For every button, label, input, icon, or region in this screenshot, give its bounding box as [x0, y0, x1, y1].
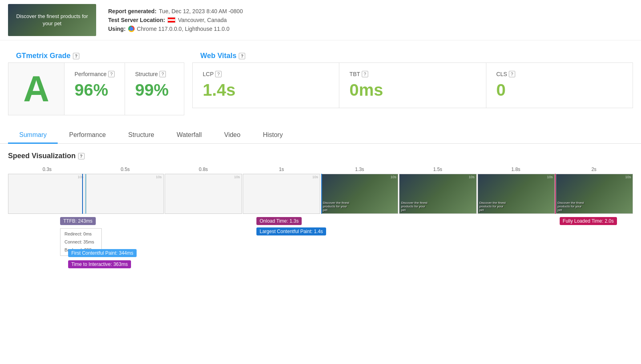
frame-8: 10s Discover the finestproducts for your… — [556, 174, 633, 214]
report-meta: Report generated: Tue, Dec 12, 2023 8:40… — [108, 8, 243, 32]
lcp-help-icon[interactable]: ? — [215, 71, 222, 77]
gtmetrix-grade-panel: GTmetrix Grade ? A Performance ? 96% Str… — [8, 48, 184, 115]
tbt-value: 0ms — [349, 80, 476, 100]
tbt-help-icon[interactable]: ? — [362, 71, 368, 77]
timeline-label-1: 0.3s — [8, 167, 86, 172]
fcp-annotation: First Contentful Paint: 344ms — [68, 249, 137, 257]
report-value: Tue, Dec 12, 2023 8:40 AM -0800 — [159, 8, 243, 14]
structure-help-icon[interactable]: ? — [159, 71, 166, 77]
grade-letter: A — [23, 71, 49, 107]
timeline-label-7: 1.8s — [477, 167, 555, 172]
tbt-cell: TBT ? 0ms — [339, 63, 486, 108]
fully-loaded-annotation: Fully Loaded Time: 2.0s — [560, 217, 617, 225]
frame-7: 10s Discover the finestproducts for your… — [478, 174, 555, 214]
cls-help-icon[interactable]: ? — [509, 71, 515, 77]
tbt-label: TBT ? — [349, 71, 476, 77]
browser-info: Chrome 117.0.0.0, Lighthouse 11.0.0 — [137, 26, 230, 32]
performance-label: Performance ? — [75, 71, 115, 77]
speed-viz-help-icon[interactable]: ? — [78, 153, 85, 159]
timeline-frames: 10s 10s 10s 10s 10s Discover the finestp… — [8, 174, 633, 214]
timeline-labels: 0.3s 0.5s 0.8s 1s 1.3s 1.5s 1.8s 2s — [8, 167, 633, 172]
server-location: Vancouver, Canada — [178, 17, 227, 23]
gtmetrix-grade-title-text: GTmetrix Grade — [16, 52, 71, 60]
tab-structure[interactable]: Structure — [117, 127, 165, 144]
frame-4: 10s — [243, 174, 320, 214]
server-label: Test Server Location: — [108, 17, 165, 23]
gtmetrix-grade-title: GTmetrix Grade ? — [16, 48, 184, 62]
tab-history[interactable]: History — [252, 127, 294, 144]
tabs-section: Summary Performance Structure Waterfall … — [0, 119, 641, 144]
fully-loaded-line — [555, 174, 556, 214]
frame-5: 10s Discover the finestproducts for your… — [321, 174, 398, 214]
cls-cell: CLS ? 0 — [486, 63, 633, 108]
lcp-annotation: Largest Contentful Paint: 1.4s — [256, 227, 326, 235]
report-label: Report generated: — [108, 8, 157, 14]
web-vitals-title-text: Web Vitals — [200, 52, 236, 60]
tti-annotation: Time to Interactive: 363ms — [68, 260, 131, 268]
frame-1: 10s — [8, 174, 85, 214]
tab-performance[interactable]: Performance — [58, 127, 117, 144]
speed-visualization: 0.3s 0.5s 0.8s 1s 1.3s 1.5s 1.8s 2s 10s … — [8, 167, 633, 269]
structure-metric: Structure ? 99% — [125, 63, 184, 115]
viz-wrapper: 10s 10s 10s 10s 10s Discover the finestp… — [8, 174, 633, 269]
timeline-label-8: 2s — [555, 167, 633, 172]
web-vitals-help-icon[interactable]: ? — [239, 53, 245, 59]
timeline-label-5: 1.3s — [320, 167, 399, 172]
performance-help-icon[interactable]: ? — [108, 71, 115, 77]
frame-6: 10s Discover the finestproducts for your… — [399, 174, 476, 214]
lcp-label: LCP ? — [203, 71, 329, 77]
web-vitals-panel: Web Vitals ? LCP ? 1.4s TBT ? 0ms CLS — [192, 48, 633, 115]
performance-value: 96% — [75, 80, 115, 100]
grade-inner: A Performance ? 96% Structure ? 99% — [8, 62, 184, 115]
tabs: Summary Performance Structure Waterfall … — [8, 127, 633, 143]
grades-section: GTmetrix Grade ? A Performance ? 96% Str… — [0, 40, 641, 119]
timeline-label-3: 0.8s — [164, 167, 242, 172]
content-section: Speed Visualization ? 0.3s 0.5s 0.8s 1s … — [0, 144, 641, 277]
ttfb-annotation: TTFB: 243ms — [60, 217, 96, 225]
site-thumbnail-text: Discover the finest products for your pe… — [11, 13, 93, 27]
cls-label: CLS ? — [496, 71, 623, 77]
timeline-label-4: 1s — [242, 167, 320, 172]
header: Discover the finest products for your pe… — [0, 0, 641, 40]
structure-value: 99% — [135, 80, 174, 100]
fcp-line — [85, 174, 86, 214]
chrome-icon — [128, 26, 135, 32]
onload-annotation: Onload Time: 1.3s — [256, 217, 302, 225]
frame-2: 10s — [86, 174, 163, 214]
lcp-cell: LCP ? 1.4s — [193, 63, 339, 108]
timeline-label-6: 1.5s — [399, 167, 477, 172]
tab-summary[interactable]: Summary — [8, 127, 58, 144]
ttfb-line — [82, 174, 83, 214]
frame-3: 10s — [165, 174, 242, 214]
site-thumbnail: Discover the finest products for your pe… — [8, 4, 96, 36]
grade-metrics: Performance ? 96% Structure ? 99% — [65, 63, 184, 115]
timeline-label-2: 0.5s — [86, 167, 164, 172]
web-vitals-title: Web Vitals ? — [200, 48, 633, 62]
speed-viz-title: Speed Visualization ? — [8, 152, 633, 160]
performance-metric: Performance ? 96% — [65, 63, 125, 115]
cls-value: 0 — [496, 80, 623, 100]
onload-line — [321, 174, 322, 214]
tab-waterfall[interactable]: Waterfall — [165, 127, 213, 144]
lcp-value: 1.4s — [203, 80, 329, 100]
flag-icon — [167, 17, 175, 23]
web-vitals-inner: LCP ? 1.4s TBT ? 0ms CLS ? 0 — [192, 62, 633, 108]
annotations: TTFB: 243ms Redirect: 0ms Connect: 35ms … — [8, 217, 633, 269]
structure-label: Structure ? — [135, 71, 174, 77]
grade-letter-cell: A — [8, 63, 65, 115]
tab-video[interactable]: Video — [213, 127, 252, 144]
gtmetrix-grade-help-icon[interactable]: ? — [73, 53, 79, 59]
using-label: Using: — [108, 26, 126, 32]
